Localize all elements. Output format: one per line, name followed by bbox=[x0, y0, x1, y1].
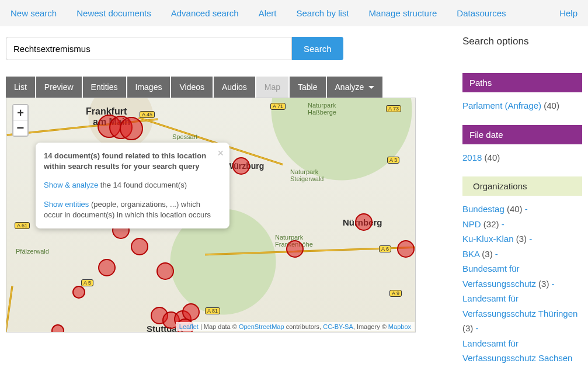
map-marker[interactable] bbox=[98, 259, 116, 276]
nav-alert[interactable]: Alert bbox=[259, 8, 277, 18]
popup-show-analyze-link[interactable]: Show & analyze bbox=[44, 181, 98, 189]
tab-entities[interactable]: Entities bbox=[83, 77, 126, 98]
tab-analyze-label: Analyze bbox=[335, 82, 364, 92]
chevron-down-icon bbox=[368, 86, 374, 89]
zoom-out-button[interactable]: − bbox=[13, 120, 27, 136]
map-marker[interactable] bbox=[355, 213, 373, 231]
map-label-park: Spessart bbox=[172, 133, 197, 140]
popup-row: Show entities (people, organizations, ..… bbox=[44, 199, 213, 220]
attribution-leaflet-link[interactable]: Leaflet bbox=[179, 323, 199, 330]
top-nav: New search Newest documents Advanced sea… bbox=[0, 0, 588, 26]
facet-list-filedate: 2018 (40) bbox=[462, 150, 582, 165]
facet-link-parlament[interactable]: Parlament (Anfrage) bbox=[462, 101, 541, 110]
map-view[interactable]: Frankfurt am Main Würzburg Nürnberg Stut… bbox=[6, 98, 416, 332]
facet-item: Parlament (Anfrage) (40) bbox=[462, 98, 582, 113]
facet-exclude-link[interactable]: - bbox=[476, 323, 479, 333]
tab-list[interactable]: List bbox=[6, 77, 35, 98]
facet-exclude-link[interactable]: - bbox=[552, 279, 555, 289]
road-shield: A 81 bbox=[205, 307, 220, 314]
attribution-text: , Imagery © bbox=[353, 323, 388, 330]
popup-row: Show & analyze the 14 found document(s) bbox=[44, 180, 213, 190]
map-marker[interactable] bbox=[286, 240, 304, 258]
popup-text: the 14 found document(s) bbox=[98, 181, 187, 189]
nav-manage-structure[interactable]: Manage structure bbox=[369, 8, 437, 18]
map-marker[interactable] bbox=[182, 303, 200, 321]
nav-search-by-list[interactable]: Search by list bbox=[297, 8, 349, 18]
facet-heading-filedate: File date bbox=[462, 125, 582, 144]
facet-exclude-link[interactable]: - bbox=[525, 204, 528, 214]
attribution-osm-link[interactable]: OpenStreetMap bbox=[239, 323, 284, 330]
attribution-text: | Map data © bbox=[199, 323, 239, 330]
facet-heading-paths: Paths bbox=[462, 73, 582, 92]
facet-item: Bundesamt für Verfassungsschutz (3) - bbox=[462, 261, 582, 291]
facet-link-org[interactable]: Landesamt für Verfassungsschutz Thüringe… bbox=[462, 293, 577, 318]
facet-item: Landesamt für Verfassungsschutz Thüringe… bbox=[462, 291, 582, 336]
facet-link-2018[interactable]: 2018 bbox=[462, 153, 482, 162]
map-marker[interactable] bbox=[120, 117, 143, 140]
tab-audios[interactable]: Audios bbox=[214, 77, 255, 98]
facet-link-org[interactable]: Ku-Klux-Klan bbox=[462, 234, 514, 244]
view-tabs: List Preview Entities Images Videos Audi… bbox=[6, 77, 416, 98]
map-popup: × 14 document(s) found related to this l… bbox=[36, 143, 229, 228]
facet-exclude-link[interactable]: - bbox=[529, 234, 532, 244]
search-button[interactable]: Search bbox=[292, 37, 343, 60]
zoom-in-button[interactable]: + bbox=[13, 105, 27, 120]
attribution-cc-link[interactable]: CC-BY-SA bbox=[323, 323, 353, 330]
map-marker[interactable] bbox=[156, 262, 174, 280]
close-icon[interactable]: × bbox=[217, 146, 224, 161]
attribution-mapbox-link[interactable]: Mapbox bbox=[388, 323, 411, 330]
popup-show-entities-link[interactable]: Show entities bbox=[44, 200, 89, 209]
attribution-text: contributors, bbox=[284, 323, 323, 330]
facet-list-paths: Parlament (Anfrage) (40) bbox=[462, 98, 582, 113]
map-label-park: Naturpark Steigerwald bbox=[290, 168, 323, 182]
tab-preview[interactable]: Preview bbox=[36, 77, 82, 98]
road-shield: A 6 bbox=[379, 245, 391, 252]
facet-count: (32) bbox=[481, 219, 502, 229]
road-shield: A 5 bbox=[81, 279, 93, 286]
tab-images[interactable]: Images bbox=[127, 77, 171, 98]
search-bar: Search bbox=[6, 37, 416, 60]
facet-link-org[interactable]: Landesamt für Verfassungsschutz Sachsen bbox=[462, 338, 572, 363]
facet-count: (40) bbox=[541, 101, 559, 110]
facet-item: Landesamt für Verfassungsschutz Sachsen bbox=[462, 336, 582, 366]
tab-videos[interactable]: Videos bbox=[171, 77, 213, 98]
nav-datasources[interactable]: Datasources bbox=[457, 8, 506, 18]
facet-item: Ku-Klux-Klan (3) - bbox=[462, 231, 582, 247]
map-label-park: Naturpark Haßberge bbox=[308, 102, 336, 116]
tab-table[interactable]: Table bbox=[290, 77, 325, 98]
map-marker[interactable] bbox=[131, 238, 148, 255]
map-label-park: Pfälzerwald bbox=[16, 248, 49, 255]
facet-item: Bundestag (40) - bbox=[462, 202, 582, 217]
facet-count: (40) bbox=[482, 153, 500, 162]
facet-link-org[interactable]: Bundesamt für Verfassungsschutz bbox=[462, 264, 536, 289]
facet-exclude-link[interactable]: - bbox=[495, 249, 498, 259]
facet-count: (3) bbox=[536, 279, 552, 289]
facet-count: (40) bbox=[505, 204, 525, 214]
tab-map[interactable]: Map bbox=[256, 77, 288, 98]
map-marker[interactable] bbox=[72, 286, 85, 299]
nav-advanced-search[interactable]: Advanced search bbox=[171, 8, 239, 18]
nav-newest-documents[interactable]: Newest documents bbox=[76, 8, 151, 18]
map-marker[interactable] bbox=[232, 157, 250, 175]
tab-analyze[interactable]: Analyze bbox=[327, 77, 383, 98]
search-options-heading: Search options bbox=[462, 36, 582, 47]
facet-link-org[interactable]: BKA bbox=[462, 249, 479, 259]
map-marker[interactable] bbox=[397, 240, 415, 258]
map-zoom-control: + − bbox=[12, 104, 29, 137]
popup-lead: 14 document(s) found related to this loc… bbox=[44, 151, 206, 171]
facet-exclude-link[interactable]: - bbox=[502, 219, 505, 229]
facet-link-org[interactable]: Bundestag bbox=[462, 204, 505, 214]
facet-item: 2018 (40) bbox=[462, 150, 582, 165]
nav-help[interactable]: Help bbox=[559, 8, 577, 18]
facet-heading-organizations: Organizations bbox=[462, 176, 582, 196]
search-input[interactable] bbox=[6, 37, 292, 60]
road-shield: A 61 bbox=[15, 222, 30, 229]
map-attribution: Leaflet | Map data © OpenStreetMap contr… bbox=[176, 322, 415, 331]
facet-item: NPD (32) - bbox=[462, 217, 582, 232]
facet-list-organizations: Bundestag (40) - NPD (32) - Ku-Klux-Klan… bbox=[462, 202, 582, 366]
facet-link-org[interactable]: NPD bbox=[462, 219, 481, 229]
facet-count: (3) bbox=[479, 249, 495, 259]
nav-new-search[interactable]: New search bbox=[11, 8, 57, 18]
road-shield: A 71 bbox=[270, 103, 286, 110]
facet-item: BKA (3) - bbox=[462, 247, 582, 262]
